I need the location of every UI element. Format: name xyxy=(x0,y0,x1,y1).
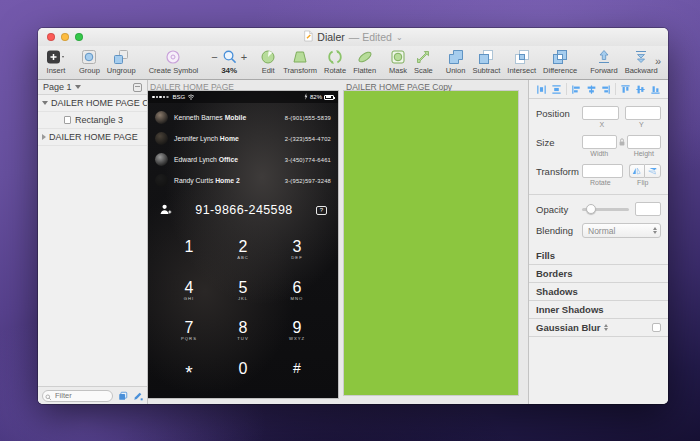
gaussian-blur-checkbox[interactable] xyxy=(652,323,661,332)
toolbar-intersect[interactable]: Intersect xyxy=(507,48,536,75)
section-title: Gaussian Blur xyxy=(536,322,600,333)
toolbar-forward[interactable]: Forward xyxy=(590,48,618,75)
toolbar-ungroup[interactable]: Ungroup xyxy=(107,48,136,75)
keypad-key-0: 0 xyxy=(216,351,270,392)
align-right-icon[interactable] xyxy=(600,84,611,95)
toolbar-backward[interactable]: Backward xyxy=(625,48,658,75)
disclosure-collapsed-icon[interactable] xyxy=(42,134,46,140)
toolbar-item-label: Difference xyxy=(543,66,577,75)
pages-icon[interactable] xyxy=(117,390,128,401)
toolbar-group: ForwardBackward xyxy=(590,48,657,75)
section-borders[interactable]: Borders xyxy=(529,264,668,282)
title-bar[interactable]: Dialer — Edited ⌄ xyxy=(38,28,668,46)
opacity-slider[interactable] xyxy=(582,208,629,211)
disclosure-expanded-icon[interactable] xyxy=(42,101,48,105)
contact-row: Randy Curtis Home 23-(952)597-3248 xyxy=(155,170,331,191)
window-title: Dialer — Edited ⌄ xyxy=(303,30,402,44)
toolbar-34-[interactable]: −+34% xyxy=(211,48,247,75)
toolbar-item-label: Intersect xyxy=(507,66,536,75)
toolbar-edit[interactable]: Edit xyxy=(260,48,276,75)
keypad-key-star: * xyxy=(162,351,216,392)
toolbar-overflow-chevron[interactable]: » xyxy=(655,55,661,67)
toolbar-flatten[interactable]: Flatten xyxy=(353,48,376,75)
keypad-key-7: 7PQRS xyxy=(162,311,216,352)
height-sub-label: Height xyxy=(627,150,662,157)
artboard-dialer-home-page[interactable]: BSG 82% Kenneth Barnes Mobile8-(901)555-… xyxy=(148,91,338,398)
artboard-dialer-home-page-copy-rectangle[interactable] xyxy=(344,91,518,395)
inspector-panel: Position X Y Size Width Height xyxy=(528,80,668,404)
rotate-sub-label: Rotate xyxy=(582,179,619,186)
traffic-lights xyxy=(47,33,83,41)
flip-vertical-button[interactable] xyxy=(644,164,661,178)
section-fills[interactable]: Fills xyxy=(529,246,668,264)
toolbar-group: GroupUngroup xyxy=(79,48,136,75)
blending-row: Blending Normal xyxy=(529,223,668,238)
toolbar-difference[interactable]: Difference xyxy=(543,48,577,75)
page-selector[interactable]: Page 1 xyxy=(38,80,147,95)
toolbar: InsertGroupUngroupCreate Symbol−+34%Edit… xyxy=(38,46,668,80)
toolbar-union[interactable]: Union xyxy=(446,48,466,75)
align-middle-icon[interactable] xyxy=(635,84,646,95)
keypad-key-hash: # xyxy=(270,351,324,392)
toolbar-rotate[interactable]: Rotate xyxy=(324,48,346,75)
toolbar-mask[interactable]: Mask xyxy=(389,48,407,75)
width-input[interactable] xyxy=(582,135,617,149)
page-selector-label: Page 1 xyxy=(43,82,72,92)
position-x-input[interactable] xyxy=(582,106,619,120)
position-y-input[interactable] xyxy=(625,106,662,120)
close-button[interactable] xyxy=(47,33,55,41)
zoom-in-button[interactable]: + xyxy=(241,52,247,62)
app-window: Dialer — Edited ⌄ InsertGroupUngroupCrea… xyxy=(38,28,668,404)
height-input[interactable] xyxy=(627,135,662,149)
section-inner-shadows[interactable]: Inner Shadows xyxy=(529,300,668,318)
align-top-icon[interactable] xyxy=(620,84,631,95)
toolbar-group[interactable]: Group xyxy=(79,48,100,75)
opacity-value-input[interactable] xyxy=(635,202,661,216)
contact-number: 3-(450)774-6461 xyxy=(285,157,331,163)
page-list-toggle-icon[interactable] xyxy=(133,83,142,92)
blending-select[interactable]: Normal xyxy=(582,223,661,238)
key-digit: 9 xyxy=(293,320,302,335)
distribute-vertical-icon[interactable] xyxy=(551,84,562,95)
contact-name: Jennifer Lynch Home xyxy=(174,135,239,142)
align-bottom-icon[interactable] xyxy=(650,84,661,95)
section-gaussian-blur[interactable]: Gaussian Blur xyxy=(529,318,668,336)
flip-buttons xyxy=(629,164,662,178)
blending-value: Normal xyxy=(588,226,653,236)
zoom-controls: −+ xyxy=(211,48,247,65)
flip-horizontal-button[interactable] xyxy=(629,164,645,178)
layer-label: DAILER HOME PAGE xyxy=(49,132,138,142)
opacity-slider-knob[interactable] xyxy=(586,204,596,214)
battery-icon xyxy=(324,95,334,100)
title-chevron-icon[interactable]: ⌄ xyxy=(396,33,403,42)
minimize-button[interactable] xyxy=(61,33,69,41)
layer-filter-bar xyxy=(38,386,147,404)
align-center-horizontal-icon[interactable] xyxy=(586,84,597,95)
layer-row-dailer-home-page[interactable]: DAILER HOME PAGE xyxy=(38,129,147,146)
toolbar-subtract[interactable]: Subtract xyxy=(472,48,500,75)
toolbar-create-symbol[interactable]: Create Symbol xyxy=(149,48,199,75)
zoom-out-button[interactable]: − xyxy=(211,52,217,62)
toolbar-insert[interactable]: Insert xyxy=(46,48,66,75)
pencil-icon[interactable] xyxy=(132,390,143,401)
group-icon xyxy=(81,48,97,65)
distribute-horizontal-icon[interactable] xyxy=(536,84,547,95)
zoom-window-button[interactable] xyxy=(75,33,83,41)
layer-row-dailer-home-page-copy[interactable]: DAILER HOME PAGE Copy xyxy=(38,95,147,112)
document-icon xyxy=(303,30,313,44)
contact-avatar xyxy=(155,111,168,124)
battery-percent: 82% xyxy=(310,94,322,100)
section-shadows[interactable]: Shadows xyxy=(529,282,668,300)
layer-label: DAILER HOME PAGE Copy xyxy=(51,98,147,108)
filter-input[interactable] xyxy=(42,390,113,402)
transform-row: Transform xyxy=(529,164,668,178)
constrain-proportions-lock-icon[interactable] xyxy=(617,137,627,147)
layer-row-rectangle-3[interactable]: Rectangle 3 xyxy=(38,112,147,129)
toolbar-group: Insert xyxy=(46,48,66,75)
toolbar-scale[interactable]: Scale xyxy=(414,48,433,75)
toolbar-item-label: Mask xyxy=(389,66,407,75)
rotate-input[interactable] xyxy=(582,164,623,178)
canvas[interactable]: DAILER HOME PAGE DAILER HOME PAGE Copy B… xyxy=(148,80,528,404)
align-left-icon[interactable] xyxy=(571,84,582,95)
toolbar-transform[interactable]: Transform xyxy=(283,48,317,75)
